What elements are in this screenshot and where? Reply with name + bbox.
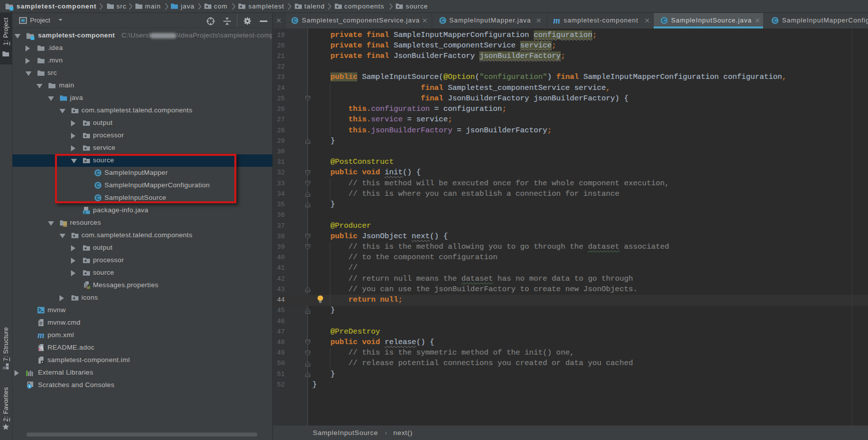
svg-text:C: C [773, 17, 777, 23]
svg-text:m: m [553, 16, 560, 24]
svg-text:C: C [293, 17, 297, 23]
svg-text:J: J [84, 210, 86, 214]
svg-text:m: m [37, 331, 44, 339]
svg-text:A: A [39, 345, 44, 352]
svg-text:C: C [441, 17, 445, 23]
svg-text:C: C [662, 17, 666, 23]
